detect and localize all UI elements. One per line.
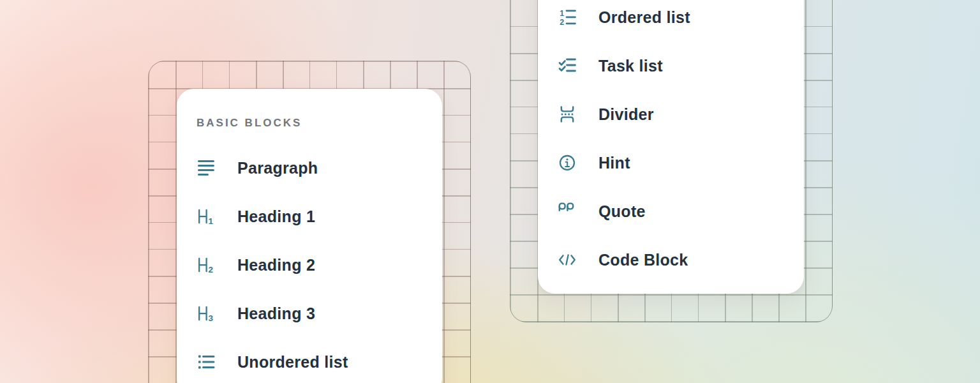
blocks-panel-right: 12Ordered listTask listDividerHintQuoteC… [538, 0, 804, 294]
svg-text:2: 2 [208, 265, 213, 274]
task-list-icon [558, 56, 577, 75]
menu-item-heading-2[interactable]: 2Heading 2 [177, 241, 442, 289]
menu-item-label: Heading 2 [237, 256, 315, 274]
divider-icon [558, 105, 577, 124]
menu-item-label: Quote [598, 202, 646, 221]
heading-3-icon: 3 [197, 304, 216, 323]
menu-item-label: Unordered list [237, 353, 348, 372]
menu-item-label: Heading 1 [237, 207, 315, 226]
ordered-list-icon: 12 [558, 8, 577, 27]
menu-item-label: Heading 3 [237, 304, 315, 323]
menu-item-quote[interactable]: Quote [538, 187, 804, 236]
menu-item-label: Ordered list [598, 8, 690, 27]
unordered-list-icon [197, 352, 216, 372]
menu-item-task-list[interactable]: Task list [538, 41, 804, 90]
blocks-menu-right: 12Ordered listTask listDividerHintQuoteC… [538, 0, 804, 284]
heading-1-icon: 1 [197, 207, 216, 226]
svg-text:2: 2 [560, 18, 564, 27]
menu-item-label: Paragraph [237, 159, 318, 177]
paragraph-icon [197, 158, 216, 177]
svg-text:3: 3 [208, 313, 213, 323]
menu-item-label: Divider [598, 105, 654, 124]
menu-item-label: Task list [598, 57, 663, 75]
menu-item-paragraph[interactable]: Paragraph [177, 144, 442, 192]
menu-item-label: Code Block [598, 251, 688, 269]
quote-icon [558, 202, 577, 221]
svg-text:1: 1 [560, 9, 564, 18]
background: BASIC BLOCKS Paragraph1Heading 12Heading… [0, 0, 980, 383]
menu-item-unordered-list[interactable]: Unordered list [177, 338, 442, 383]
section-label: BASIC BLOCKS [197, 117, 442, 130]
menu-item-hint[interactable]: Hint [538, 139, 804, 187]
code-block-icon [558, 250, 577, 269]
menu-item-ordered-list[interactable]: 12Ordered list [538, 0, 804, 41]
basic-blocks-panel: BASIC BLOCKS Paragraph1Heading 12Heading… [177, 89, 442, 383]
hint-icon [558, 153, 577, 172]
svg-text:1: 1 [208, 216, 213, 226]
menu-item-heading-1[interactable]: 1Heading 1 [177, 192, 442, 241]
menu-item-label: Hint [598, 154, 630, 172]
menu-item-code-block[interactable]: Code Block [538, 236, 804, 284]
heading-2-icon: 2 [197, 255, 216, 274]
menu-item-heading-3[interactable]: 3Heading 3 [177, 289, 442, 338]
basic-blocks-menu: Paragraph1Heading 12Heading 23Heading 3U… [177, 144, 442, 383]
menu-item-divider[interactable]: Divider [538, 90, 804, 139]
